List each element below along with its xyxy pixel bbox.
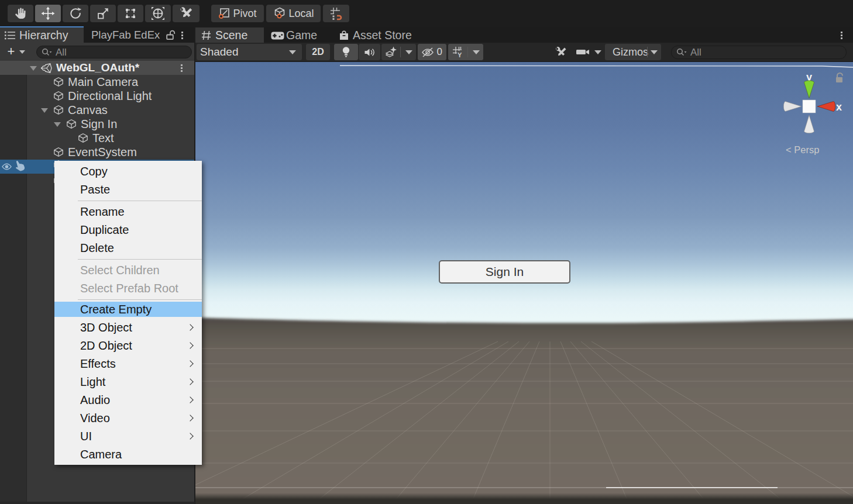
svg-text:x: x bbox=[836, 101, 842, 113]
svg-text:< Persp: < Persp bbox=[786, 144, 819, 155]
svg-text:Y: Y bbox=[458, 51, 462, 58]
